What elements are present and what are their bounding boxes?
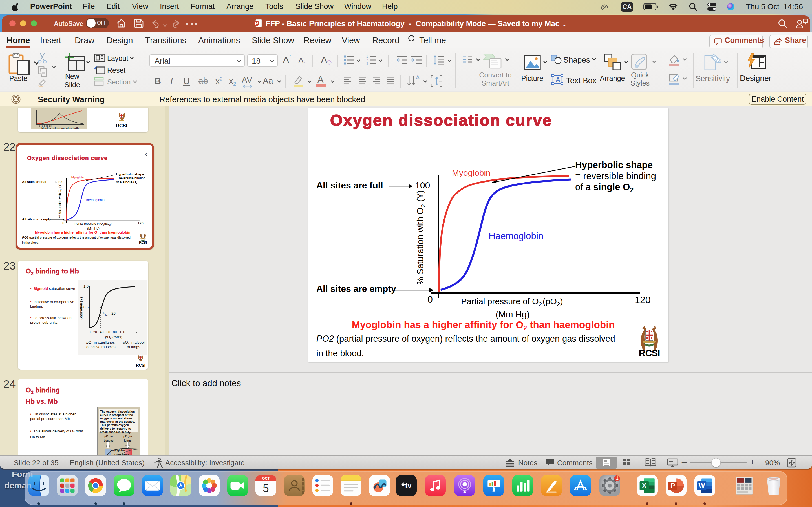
svg-text:RCSI: RCSI — [116, 123, 127, 128]
svg-text:-9 -6 -3 0 3 6: -9 -6 -3 0 3 6 9 — [39, 125, 52, 127]
svg-text:50: 50 — [105, 314, 109, 317]
svg-text:1.0: 1.0 — [84, 284, 89, 288]
svg-text:RCSI: RCSI — [139, 240, 147, 244]
svg-text:1: 1 — [366, 55, 368, 58]
svg-text:X: X — [642, 482, 647, 490]
svg-text:pO₂ in capillaries: pO₂ in capillaries — [86, 340, 115, 344]
svg-text:of active muscles: of active muscles — [86, 345, 116, 349]
svg-text:1: 1 — [616, 475, 619, 481]
svg-text:5: 5 — [263, 482, 269, 494]
svg-text:Saturation (Y): Saturation (Y) — [79, 297, 83, 320]
svg-text:0.5: 0.5 — [84, 305, 89, 309]
svg-text:of lungs: of lungs — [127, 345, 140, 349]
svg-text:A: A — [416, 75, 420, 80]
svg-text:2: 2 — [366, 58, 368, 62]
svg-text:0 20 40 60 80 100: 0 20 40 60 80 100 — [89, 330, 125, 334]
svg-text:P: P — [255, 21, 258, 26]
svg-text:pO₂ (torrs): pO₂ (torrs) — [105, 335, 122, 339]
svg-text:OCT: OCT — [262, 476, 270, 481]
svg-text:RCSI: RCSI — [136, 363, 145, 368]
svg-text:A: A — [556, 76, 560, 83]
svg-text:= 26: = 26 — [108, 311, 116, 316]
svg-text:pO₂ in alveoli: pO₂ in alveoli — [123, 340, 146, 344]
svg-text:W: W — [699, 482, 705, 490]
svg-text:3: 3 — [366, 62, 368, 65]
svg-text:RCSI: RCSI — [639, 348, 660, 358]
svg-text:Myoglobin: Myoglobin — [112, 449, 125, 452]
svg-text:P: P — [670, 482, 675, 490]
svg-text:tv: tv — [405, 482, 411, 490]
